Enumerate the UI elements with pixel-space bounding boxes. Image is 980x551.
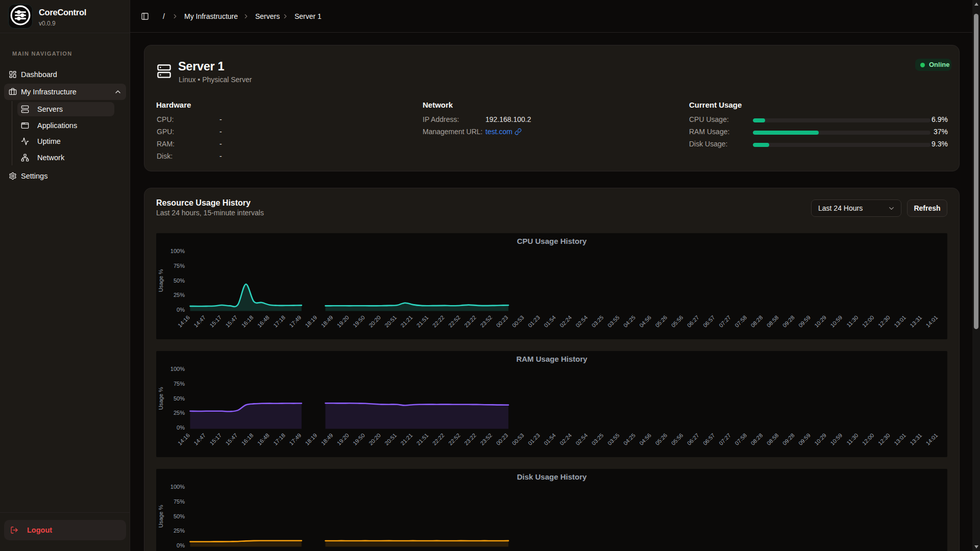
svg-text:04:25: 04:25	[622, 314, 636, 329]
svg-text:13:31: 13:31	[909, 314, 923, 329]
svg-text:17:18: 17:18	[272, 314, 286, 329]
svg-text:02:24: 02:24	[558, 314, 573, 329]
svg-text:14:47: 14:47	[192, 432, 207, 446]
svg-text:23:52: 23:52	[479, 432, 493, 446]
svg-text:07:58: 07:58	[733, 432, 748, 446]
svg-text:07:27: 07:27	[718, 314, 732, 329]
svg-text:23:52: 23:52	[479, 314, 493, 329]
svg-text:03:55: 03:55	[606, 432, 621, 446]
svg-text:20:51: 20:51	[383, 432, 398, 446]
svg-text:04:56: 04:56	[638, 432, 652, 446]
svg-text:00:53: 00:53	[511, 432, 525, 446]
svg-text:09:28: 09:28	[781, 432, 796, 446]
svg-text:01:54: 01:54	[543, 432, 557, 446]
svg-text:11:30: 11:30	[845, 432, 859, 446]
svg-text:05:56: 05:56	[670, 314, 684, 329]
svg-text:50%: 50%	[174, 395, 185, 402]
svg-text:25%: 25%	[174, 528, 185, 534]
svg-text:16:18: 16:18	[240, 314, 255, 329]
svg-text:03:25: 03:25	[591, 314, 605, 329]
svg-text:25%: 25%	[174, 292, 185, 298]
svg-text:08:28: 08:28	[749, 432, 764, 446]
svg-text:01:54: 01:54	[543, 314, 557, 329]
svg-text:100%: 100%	[170, 484, 185, 490]
svg-text:00:23: 00:23	[495, 314, 509, 329]
svg-text:22:22: 22:22	[431, 314, 446, 329]
svg-text:0%: 0%	[177, 542, 185, 548]
svg-text:50%: 50%	[174, 278, 185, 284]
svg-text:16:48: 16:48	[256, 314, 271, 329]
svg-text:21:21: 21:21	[399, 314, 413, 329]
svg-text:10:29: 10:29	[813, 432, 827, 446]
svg-text:12:00: 12:00	[861, 432, 875, 446]
svg-text:17:49: 17:49	[288, 432, 302, 446]
svg-text:19:50: 19:50	[352, 432, 366, 446]
svg-text:18:19: 18:19	[304, 314, 318, 329]
svg-text:02:54: 02:54	[574, 314, 589, 329]
svg-text:21:51: 21:51	[415, 432, 430, 446]
svg-text:11:30: 11:30	[845, 314, 859, 328]
svg-text:04:25: 04:25	[622, 432, 636, 446]
svg-text:0%: 0%	[177, 424, 185, 431]
svg-text:0%: 0%	[177, 307, 185, 313]
svg-text:75%: 75%	[174, 381, 185, 387]
svg-text:01:23: 01:23	[527, 314, 541, 329]
svg-text:00:53: 00:53	[511, 314, 525, 329]
svg-text:07:27: 07:27	[718, 432, 732, 446]
svg-text:06:57: 06:57	[702, 314, 716, 329]
svg-text:17:49: 17:49	[288, 314, 302, 329]
svg-text:08:58: 08:58	[766, 432, 780, 446]
svg-text:22:22: 22:22	[431, 432, 446, 446]
svg-text:09:28: 09:28	[781, 314, 796, 329]
svg-text:16:18: 16:18	[240, 432, 255, 446]
svg-text:50%: 50%	[174, 513, 185, 519]
svg-text:18:49: 18:49	[320, 432, 334, 446]
svg-text:14:47: 14:47	[192, 314, 207, 329]
svg-text:Usage %: Usage %	[158, 269, 164, 292]
svg-text:Disk Usage History: Disk Usage History	[517, 472, 587, 481]
svg-text:13:01: 13:01	[893, 432, 907, 446]
svg-text:21:21: 21:21	[399, 432, 413, 446]
svg-text:14:16: 14:16	[177, 432, 191, 446]
svg-text:100%: 100%	[170, 366, 185, 372]
svg-text:09:59: 09:59	[797, 314, 812, 329]
svg-text:04:56: 04:56	[638, 314, 652, 329]
svg-text:RAM Usage History: RAM Usage History	[516, 355, 587, 363]
svg-text:19:20: 19:20	[336, 314, 350, 329]
svg-text:12:30: 12:30	[877, 432, 891, 446]
svg-text:00:23: 00:23	[495, 432, 509, 446]
svg-text:08:28: 08:28	[749, 314, 764, 329]
svg-text:14:16: 14:16	[177, 314, 191, 329]
svg-text:18:49: 18:49	[320, 314, 334, 329]
svg-text:03:55: 03:55	[606, 314, 621, 329]
svg-text:15:47: 15:47	[224, 432, 238, 446]
svg-text:03:25: 03:25	[591, 432, 605, 446]
svg-text:14:01: 14:01	[924, 314, 939, 329]
svg-text:05:26: 05:26	[654, 314, 668, 329]
svg-text:02:54: 02:54	[574, 432, 589, 446]
svg-text:23:22: 23:22	[463, 432, 477, 446]
svg-text:15:17: 15:17	[208, 432, 223, 446]
svg-text:02:24: 02:24	[558, 432, 573, 446]
svg-text:16:48: 16:48	[256, 432, 271, 446]
svg-text:19:20: 19:20	[336, 432, 350, 446]
svg-text:10:59: 10:59	[829, 314, 843, 329]
svg-text:20:51: 20:51	[383, 314, 398, 329]
svg-text:10:29: 10:29	[813, 314, 827, 329]
svg-text:19:50: 19:50	[352, 314, 366, 329]
svg-text:10:59: 10:59	[829, 432, 843, 446]
svg-text:17:18: 17:18	[272, 432, 286, 446]
svg-text:15:17: 15:17	[208, 314, 223, 329]
svg-text:12:30: 12:30	[877, 314, 891, 329]
svg-text:20:20: 20:20	[368, 314, 382, 329]
svg-text:Usage %: Usage %	[158, 505, 164, 528]
svg-text:14:01: 14:01	[924, 432, 939, 446]
svg-text:Usage %: Usage %	[158, 387, 164, 410]
svg-text:15:47: 15:47	[224, 314, 238, 329]
svg-text:100%: 100%	[170, 248, 185, 254]
svg-text:CPU Usage History: CPU Usage History	[517, 237, 587, 245]
svg-text:13:31: 13:31	[909, 432, 923, 446]
svg-text:75%: 75%	[174, 263, 185, 269]
svg-text:12:00: 12:00	[861, 314, 875, 329]
svg-text:22:52: 22:52	[447, 314, 461, 329]
